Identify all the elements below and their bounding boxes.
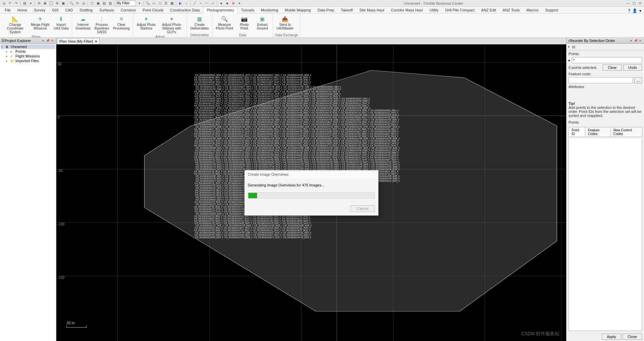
tab-point-id[interactable]: Point ID	[568, 127, 585, 137]
collapse-icon[interactable]: ▾	[568, 45, 570, 49]
redo-icon[interactable]: ↷	[13, 1, 19, 6]
grid-icon[interactable]: ▦	[169, 1, 175, 6]
layers-icon[interactable]: ☰	[163, 1, 168, 6]
refresh-icon[interactable]: ⟳	[75, 1, 80, 6]
expand-icon[interactable]: ▸	[6, 50, 9, 53]
collapse-ribbon-icon[interactable]: ▾	[639, 8, 641, 13]
view-dropdown-icon[interactable]: ▾	[28, 1, 33, 6]
tab-corridors[interactable]: Corridors	[117, 7, 139, 13]
tab-photogrammetry[interactable]: Photogrammetry	[203, 7, 238, 13]
zoom-icon[interactable]: 🔍	[69, 1, 74, 6]
plan-viewport[interactable]: 50 0 -50 -100 -150 DJI_20230830105030_00…	[56, 44, 566, 341]
browse-button[interactable]: ...	[634, 77, 642, 83]
select-icon[interactable]: ▭	[151, 1, 156, 6]
tab-support[interactable]: Support	[542, 7, 562, 13]
tab-drill-pile-compact[interactable]: Drill Pile Compact	[442, 7, 478, 13]
tab-file[interactable]: File	[1, 7, 14, 13]
dash-icon[interactable]: ┅	[198, 1, 203, 6]
record-icon[interactable]: ●	[218, 1, 224, 6]
circle2-icon[interactable]: ○	[184, 1, 189, 6]
tab-tunnels[interactable]: Tunnels	[238, 7, 257, 13]
tree-item-flight-missions[interactable]: ▸ ✓ Flight Missions	[1, 54, 55, 58]
tab-macros[interactable]: Macros	[523, 7, 542, 13]
filter-dropdown-icon[interactable]: ▾	[137, 1, 142, 6]
highlight-icon[interactable]: ▨	[157, 1, 162, 6]
adjust-photo-button[interactable]: ✦Adjust PhotoStations	[135, 14, 157, 31]
tab-feature-codes[interactable]: Feature Codes	[585, 127, 611, 137]
tree-item-imported-files[interactable]: ▸ 📁 Imported Files	[1, 58, 55, 63]
cancel-button[interactable]: Cancel	[350, 205, 375, 212]
tab-cad[interactable]: CAD	[62, 7, 76, 13]
tree-root[interactable]: ▾ 🗎 Unnamed	[1, 44, 55, 49]
tab-new-control-codes[interactable]: New Control Codes	[610, 127, 642, 137]
options-icon[interactable]: ▤	[572, 45, 575, 49]
print-icon[interactable]: 🖶	[42, 1, 48, 6]
stop2-icon[interactable]: ⊗	[231, 1, 236, 6]
tab-point-clouds[interactable]: Point Clouds	[139, 7, 167, 13]
close-button[interactable]: Close	[623, 334, 642, 340]
create-button[interactable]: ▦CreateDeliverables	[189, 14, 210, 31]
maximize-icon[interactable]: ▢	[631, 1, 637, 6]
tab-anz-edit[interactable]: ANZ Edit	[478, 7, 499, 13]
circle1-icon[interactable]: ◐	[178, 1, 183, 6]
wave-icon[interactable]: 〰	[204, 1, 209, 6]
user-icon[interactable]: 👤	[632, 8, 637, 13]
box2-icon[interactable]: ▣	[95, 1, 101, 6]
project-tree[interactable]: ▾ 🗎 Unnamed ▸ ● Points ▸ ✓ Flight Missio…	[0, 44, 56, 341]
app-icon[interactable]: ◎	[1, 1, 7, 6]
copy-icon[interactable]: ⧉	[36, 1, 42, 6]
measure-icon[interactable]: ⤢	[210, 1, 215, 6]
plan-view-tab[interactable]: Plan View [My Filter] ×	[57, 38, 100, 44]
box3-icon[interactable]: ▤	[101, 1, 107, 6]
tab-mobile-mapping[interactable]: Mobile Mapping	[282, 7, 314, 13]
tab-utility[interactable]: Utility	[426, 7, 442, 13]
close-icon[interactable]: ✕	[50, 39, 55, 42]
import-button[interactable]: ⬇ImportUAS Data	[52, 14, 70, 31]
tab-anz-tools[interactable]: ANZ Tools	[499, 7, 523, 13]
dropdown-icon[interactable]: ▾	[629, 39, 633, 42]
clear-button[interactable]: Clear	[603, 65, 622, 71]
layer-icon[interactable]: ▣	[60, 1, 66, 6]
dropdown2-icon[interactable]: ▾	[237, 1, 242, 6]
box4-icon[interactable]: ▥	[107, 1, 113, 6]
points-input[interactable]	[572, 57, 642, 63]
filter-input[interactable]	[116, 1, 136, 6]
zoom-extents-icon[interactable]: 🔍	[145, 1, 150, 6]
clear-button[interactable]: ✕ClearProcessing	[112, 14, 131, 31]
expand-icon[interactable]: ▸	[6, 59, 9, 62]
points-grid[interactable]	[568, 138, 642, 331]
merge-flight-button[interactable]: ✈Merge FlightMissions	[30, 14, 51, 31]
target-icon[interactable]: ◎	[81, 1, 86, 6]
tab-corridor-mass-haul[interactable]: Corridor Mass Haul	[388, 7, 426, 13]
clipboard-icon[interactable]: 📋	[48, 1, 54, 6]
feature-code-input[interactable]	[568, 77, 633, 83]
tab-home[interactable]: Home	[14, 7, 31, 13]
stop1-icon[interactable]: ■	[225, 1, 230, 6]
change-coordinate-button[interactable]: 📐Change CoordinateSystem	[2, 14, 28, 35]
extract-button[interactable]: ▣ExtractGround	[254, 14, 271, 31]
tab-data-prep[interactable]: Data Prep	[314, 7, 338, 13]
close-icon[interactable]: ✕	[638, 39, 643, 42]
internet-button[interactable]: ☁InternetDownload	[74, 14, 92, 31]
photo-button[interactable]: 📷PhotoPoint	[236, 14, 253, 31]
close-window-icon[interactable]: ✕	[637, 1, 643, 6]
line-icon[interactable]: ╱	[192, 1, 197, 6]
undo-icon[interactable]: ↶	[7, 1, 13, 6]
process-button[interactable]: ⋮ProcessBaselinesGNSS	[93, 14, 110, 35]
minimize-icon[interactable]: —	[625, 1, 631, 6]
gear-icon[interactable]: ⚙	[54, 1, 60, 6]
tab-survey[interactable]: Survey	[31, 7, 49, 13]
pin-icon[interactable]: 📌	[633, 39, 638, 42]
pin-icon[interactable]: 📌	[45, 39, 50, 42]
dropdown-icon[interactable]: ▾	[41, 39, 45, 42]
tab-gis[interactable]: GIS	[49, 7, 62, 13]
expand-icon[interactable]: ▸	[6, 55, 9, 58]
close-tab-icon[interactable]: ×	[95, 39, 97, 43]
tab-takeoff[interactable]: Takeoff	[338, 7, 356, 13]
apply-button[interactable]: Apply	[602, 334, 621, 340]
tab-site-mass-haul[interactable]: Site Mass Haul	[356, 7, 388, 13]
tab-drafting[interactable]: Drafting	[77, 7, 96, 13]
collapse-icon[interactable]: ▾	[1, 45, 5, 48]
tree-item-points[interactable]: ▸ ● Points	[1, 49, 55, 54]
box1-icon[interactable]: ▢	[89, 1, 95, 6]
